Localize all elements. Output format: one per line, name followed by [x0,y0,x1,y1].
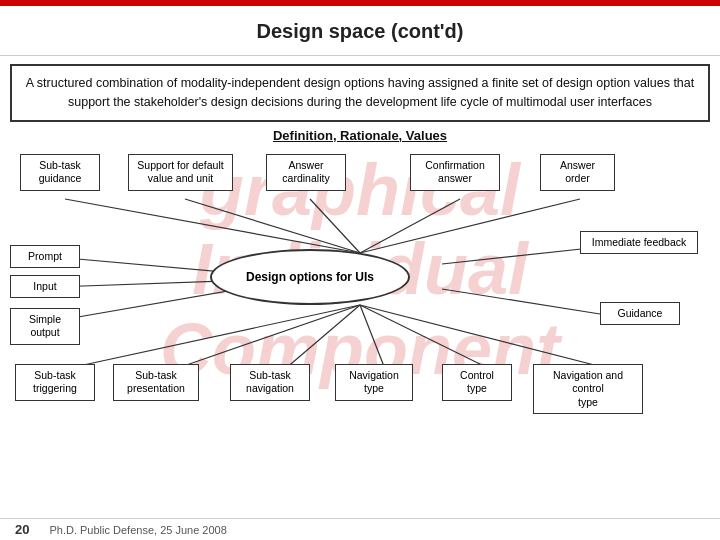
svg-line-3 [360,199,460,253]
svg-line-4 [360,199,580,253]
footer-citation: Ph.D. Public Defense, 25 June 2008 [49,524,226,536]
node-sub-task-navigation: Sub-tasknavigation [230,364,310,401]
node-sub-task-guidance: Sub-taskguidance [20,154,100,191]
node-label: Immediate feedback [592,236,687,248]
node-label: Navigationtype [349,369,399,395]
center-oval: Design options for UIs [210,249,410,305]
node-immediate-feedback: Immediate feedback [580,231,698,255]
node-label: Input [33,280,56,292]
footer: 20 Ph.D. Public Defense, 25 June 2008 [0,518,720,540]
svg-line-0 [65,199,360,253]
node-navigation-type: Navigationtype [335,364,413,401]
svg-line-8 [442,247,600,264]
svg-line-11 [175,305,360,369]
node-sub-task-triggering: Sub-tasktriggering [15,364,95,401]
header: Design space (cont'd) [0,6,720,56]
node-answer-cardinality: Answercardinality [266,154,346,191]
node-label: Navigation and controltype [553,369,623,408]
node-label: Answerorder [560,159,595,185]
node-prompt: Prompt [10,245,80,269]
svg-line-15 [360,305,610,369]
node-answer-order: Answerorder [540,154,615,191]
svg-line-12 [285,305,360,369]
page-number: 20 [15,522,29,537]
diagram-area: Sub-taskguidance Support for defaultvalu… [10,149,710,419]
center-label: Design options for UIs [246,270,374,284]
node-label: Prompt [28,250,62,262]
svg-line-10 [65,305,360,369]
node-label: Answercardinality [282,159,329,185]
node-label: Sub-taskpresentation [127,369,185,395]
node-label: Sub-taskguidance [39,159,82,185]
svg-line-1 [185,199,360,253]
node-nav-control-type: Navigation and controltype [533,364,643,415]
node-label: Support for defaultvalue and unit [137,159,223,185]
node-input: Input [10,275,80,299]
slide: graphical Individual Component Design sp… [0,0,720,540]
node-guidance: Guidance [600,302,680,326]
svg-line-9 [442,289,600,314]
definition-box: A structured combination of modality-ind… [10,64,710,122]
node-confirmation-answer: Confirmationanswer [410,154,500,191]
node-label: Simpleoutput [29,313,61,339]
svg-line-2 [310,199,360,253]
node-simple-output: Simpleoutput [10,308,80,345]
node-label: Sub-tasknavigation [246,369,294,395]
definition-text: A structured combination of modality-ind… [26,76,695,109]
node-control-type: Controltype [442,364,512,401]
definition-label: Definition, Rationale, Values [0,128,720,143]
slide-title: Design space (cont'd) [20,14,700,49]
node-label: Guidance [618,307,663,319]
node-label: Confirmationanswer [425,159,485,185]
svg-line-13 [360,305,385,369]
node-sub-task-presentation: Sub-taskpresentation [113,364,199,401]
node-support-default: Support for defaultvalue and unit [128,154,233,191]
node-label: Controltype [460,369,494,395]
node-label: Sub-tasktriggering [33,369,77,395]
svg-line-14 [360,305,490,369]
